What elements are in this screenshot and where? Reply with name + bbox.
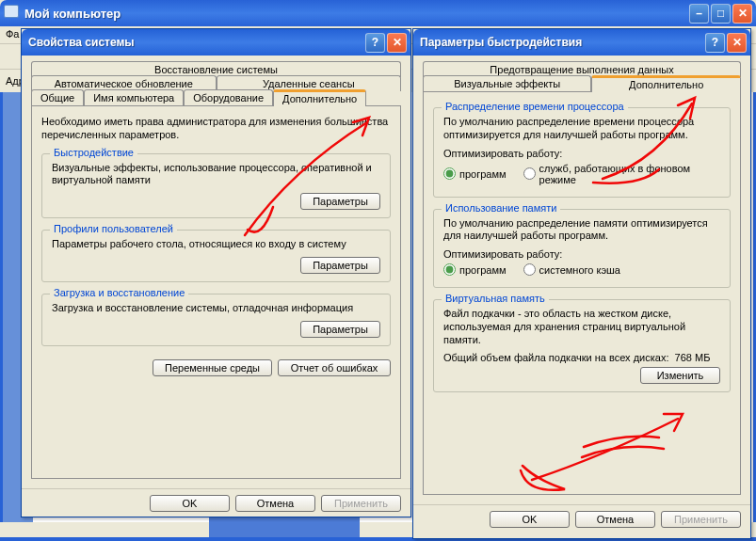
performance-group: Быстродействие Визуальные эффекты, испол… [41, 153, 391, 219]
cancel-button[interactable]: Отмена [235, 495, 315, 512]
sysprops-titlebar: Свойства системы ? ✕ [22, 29, 410, 56]
mem-group: Использование памяти По умолчанию распре… [433, 209, 731, 289]
mycomputer-icon [4, 5, 21, 22]
radio-label: программ [459, 264, 507, 276]
radio-label: программ [459, 168, 507, 180]
perfopts-titlebar: Параметры быстродействия ? ✕ [413, 29, 750, 56]
mem-radio-cache[interactable]: системного кэша [523, 263, 620, 276]
vmem-group: Виртуальная память Файл подкачки - это о… [433, 299, 731, 392]
intro-text: Необходимо иметь права администратора дл… [41, 116, 391, 142]
profiles-legend: Профили пользователей [50, 223, 177, 234]
tab-general[interactable]: Общие [31, 89, 84, 105]
dialog-title: Свойства системы [28, 36, 365, 49]
startup-group: Загрузка и восстановление Загрузка и вос… [41, 294, 391, 346]
vmem-total-value: 768 МБ [675, 352, 711, 363]
profiles-group: Профили пользователей Параметры рабочего… [41, 230, 391, 282]
error-report-button[interactable]: Отчет об ошибках [278, 359, 391, 376]
performance-desc: Визуальные эффекты, использование процес… [52, 162, 380, 188]
startup-settings-button[interactable]: Параметры [300, 321, 380, 338]
startup-desc: Загрузка и восстановление системы, отлад… [52, 302, 380, 315]
cpu-optimize-label: Оптимизировать работу: [443, 148, 720, 159]
startup-legend: Загрузка и восстановление [50, 287, 188, 298]
vmem-total-row: Общий объем файла подкачки на всех диска… [443, 352, 720, 363]
system-properties-dialog: Свойства системы ? ✕ Восстановление сист… [21, 28, 411, 517]
radio-label: системного кэша [539, 264, 620, 276]
tab-computer-name[interactable]: Имя компьютера [84, 89, 184, 105]
mem-legend: Использование памяти [442, 202, 560, 214]
tab-advanced[interactable]: Дополнительно [591, 75, 741, 92]
cpu-radio-programs[interactable]: программ [443, 167, 507, 180]
performance-legend: Быстродействие [50, 147, 137, 158]
env-vars-button[interactable]: Переменные среды [153, 359, 272, 376]
tab-visual-effects[interactable]: Визуальные эффекты [423, 75, 591, 91]
cpu-legend: Распределение времени процессора [442, 101, 628, 112]
mem-optimize-label: Оптимизировать работу: [443, 248, 720, 260]
apply-button[interactable]: Применить [321, 495, 401, 512]
close-button[interactable]: ✕ [387, 33, 407, 53]
tab-advanced[interactable]: Дополнительно [273, 89, 366, 106]
performance-options-dialog: Параметры быстродействия ? ✕ Предотвраще… [412, 28, 751, 539]
mycomputer-titlebar: Мой компьютер – □ ✕ [0, 0, 756, 26]
menu-file-truncated[interactable]: Фа [6, 28, 19, 40]
vmem-total-label: Общий объем файла подкачки на всех диска… [443, 352, 668, 363]
tab-hardware[interactable]: Оборудование [184, 89, 273, 105]
help-button[interactable]: ? [705, 33, 725, 53]
vmem-desc: Файл подкачки - это область на жестком д… [443, 308, 720, 346]
cancel-button[interactable]: Отмена [575, 511, 655, 528]
apply-button[interactable]: Применить [661, 511, 741, 528]
cpu-radio-services[interactable]: служб, работающих в фоновом режиме [523, 163, 720, 185]
ok-button[interactable]: OK [490, 511, 570, 528]
profiles-desc: Параметры рабочего стола, относящиеся ко… [52, 238, 380, 251]
window-title: Мой компьютер [24, 7, 689, 21]
minimize-button[interactable]: – [689, 4, 709, 24]
mem-desc: По умолчанию распределение памяти оптими… [443, 217, 720, 244]
performance-settings-button[interactable]: Параметры [300, 193, 380, 210]
radio-label: служб, работающих в фоновом режиме [539, 163, 720, 185]
maximize-button[interactable]: □ [711, 4, 731, 24]
vmem-legend: Виртуальная память [442, 293, 549, 304]
ok-button[interactable]: OK [150, 495, 230, 512]
help-button[interactable]: ? [365, 33, 385, 53]
mem-radio-programs[interactable]: программ [443, 263, 507, 276]
vmem-change-button[interactable]: Изменить [640, 367, 720, 384]
cpu-desc: По умолчанию распределение времени проце… [443, 116, 720, 142]
close-button[interactable]: ✕ [727, 33, 747, 53]
dialog-title: Параметры быстродействия [420, 36, 705, 49]
cpu-group: Распределение времени процессора По умол… [433, 107, 731, 198]
profiles-settings-button[interactable]: Параметры [300, 257, 380, 274]
close-button[interactable]: ✕ [732, 4, 752, 24]
